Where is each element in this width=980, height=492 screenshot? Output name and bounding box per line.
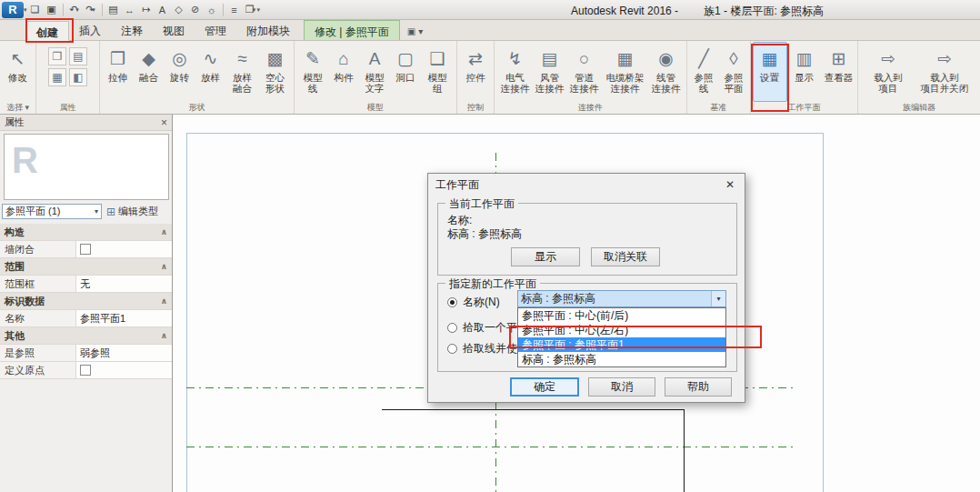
crop-region-right-line[interactable] — [823, 133, 824, 492]
section-other[interactable]: 其他∧ — [0, 327, 172, 345]
dimension-button[interactable]: ↦ — [138, 2, 155, 18]
model-group-button[interactable]: ❑模型组 — [421, 42, 454, 102]
model-text-button[interactable]: A模型文字 — [359, 42, 390, 102]
component-button[interactable]: ⌂构件 — [328, 42, 359, 102]
dropdown-item-center-front-back[interactable]: 参照平面 : 中心(前/后) — [518, 308, 725, 323]
button-label: 连接件 — [501, 83, 530, 94]
default-3d-view-button[interactable]: ◇ — [171, 2, 187, 18]
workplane-name-combobox[interactable]: 标高 : 参照标高 ▾ — [517, 290, 726, 307]
is-reference-value[interactable]: 弱参照 — [76, 345, 172, 361]
wall-closure-checkbox[interactable] — [80, 244, 91, 255]
sun-path-button[interactable]: ☼ — [204, 2, 220, 18]
panel-name-select[interactable]: 选择 ▾ — [1, 102, 35, 114]
measure-icon: ↔ — [125, 5, 135, 15]
modify-cursor-icon: ↖ — [11, 46, 25, 72]
type-selector[interactable]: 参照平面 (1) ▾ — [2, 204, 102, 219]
tab-insert[interactable]: 插入 — [69, 20, 111, 40]
modify-button[interactable]: ↖ 修改 — [2, 42, 35, 102]
section-extents[interactable]: 范围∧ — [0, 258, 172, 276]
show-button[interactable]: 显示 — [511, 247, 580, 266]
thin-lines-button[interactable]: ≡ — [226, 2, 243, 18]
panel-name-properties: 属性 — [37, 102, 98, 114]
annotation-box-dropdown-item — [509, 326, 762, 348]
button-label: 电气 — [505, 72, 525, 83]
reference-plane-button[interactable]: ◊参照平面 — [719, 42, 749, 102]
radio-name-option[interactable]: 名称(N) — [447, 295, 500, 310]
family-types-button[interactable]: ▦ — [48, 68, 66, 86]
extrusion-button[interactable]: ❒拉伸 — [103, 42, 134, 102]
scope-box-value[interactable]: 无 — [76, 276, 172, 292]
conduit-connector-button[interactable]: ◉线管连接件 — [649, 42, 684, 102]
ribbon-display-toggle[interactable]: ▣ ▾ — [407, 26, 423, 40]
chevron-up-icon: ∧ — [161, 296, 167, 306]
section-construction[interactable]: 构造∧ — [0, 224, 172, 241]
cancel-button[interactable]: 取消 — [588, 377, 655, 397]
tab-addins[interactable]: 附加模块 — [236, 20, 300, 40]
sketch-line-horizontal[interactable] — [382, 409, 684, 410]
undo-button[interactable]: ↶▾ — [66, 2, 83, 18]
help-button[interactable]: 帮助 — [665, 377, 732, 397]
close-icon[interactable]: ✕ — [723, 178, 737, 191]
type-selector-value: 参照平面 (1) — [5, 205, 61, 218]
print-button[interactable]: ▤ — [105, 2, 122, 18]
pipe-connector-button[interactable]: ○管道连接件 — [567, 42, 602, 102]
section-label: 标识数据 — [5, 295, 45, 308]
electrical-connector-button[interactable]: ↯电气连接件 — [498, 42, 533, 102]
model-line-button[interactable]: ✎模型线 — [297, 42, 328, 102]
radio-selected-icon[interactable] — [447, 297, 457, 307]
text-button[interactable]: A — [155, 2, 171, 18]
section-button[interactable]: ⊘ — [187, 2, 204, 18]
redo-button[interactable]: ↷▾ — [83, 2, 99, 18]
tab-modify-reference-plane[interactable]: 修改 | 参照平面 — [304, 20, 400, 40]
tab-annotate[interactable]: 注释 — [111, 20, 153, 40]
close-icon[interactable]: × — [161, 116, 167, 129]
radio-icon[interactable] — [447, 344, 457, 354]
name-value[interactable]: 参照平面1 — [76, 310, 172, 326]
edit-type-button[interactable]: ⊞ 编辑类型 — [105, 204, 171, 219]
load-into-project-button[interactable]: ⇨载入到项目 — [863, 42, 914, 102]
revit-logo[interactable]: R — [2, 2, 24, 18]
tab-view[interactable]: 视图 — [153, 20, 195, 40]
crop-region-left-line[interactable] — [186, 133, 187, 492]
radio-icon[interactable] — [447, 323, 457, 333]
button-label: 显示 — [795, 72, 814, 83]
dropdown-item-reference-level[interactable]: 标高 : 参照标高 — [518, 352, 725, 366]
dialog-title-bar[interactable]: 工作平面 ✕ — [428, 174, 745, 196]
reference-plane-icon: ◊ — [729, 46, 737, 72]
load-into-project-close-button[interactable]: ⇨载入到项目并关闭 — [914, 42, 975, 102]
ok-button[interactable]: 确定 — [510, 377, 579, 397]
section-identity-data[interactable]: 标识数据∧ — [0, 293, 172, 310]
panel-model: ✎模型线 ⌂构件 A模型文字 ▢洞口 ❑模型组 模型 — [295, 41, 457, 114]
duct-connector-button[interactable]: ▤风管连接件 — [533, 42, 567, 102]
properties-header: 属性 × — [0, 115, 172, 131]
show-workplane-button[interactable]: ▥显示 — [787, 42, 822, 102]
tab-manage[interactable]: 管理 — [195, 20, 236, 40]
measure-button[interactable]: ↔ — [122, 2, 138, 18]
save-button[interactable]: ▣ — [44, 2, 60, 18]
defines-origin-checkbox[interactable] — [80, 365, 91, 376]
cable-tray-connector-button[interactable]: ▦电缆桥架连接件 — [602, 42, 649, 102]
chevron-up-icon: ∧ — [161, 331, 167, 340]
family-properties-button[interactable]: ❐ — [48, 47, 66, 65]
customize-qat-button[interactable]: ▾ — [257, 6, 261, 14]
family-parameters-button[interactable]: ◧ — [69, 68, 87, 86]
sketch-line-vertical[interactable] — [684, 409, 685, 492]
disassociate-button[interactable]: 取消关联 — [591, 247, 660, 266]
revolve-button[interactable]: ◎旋转 — [165, 42, 195, 102]
sweep-button[interactable]: ∿放样 — [195, 42, 226, 102]
viewer-button[interactable]: ⊞查看器 — [822, 42, 856, 102]
button-label: 管道 — [575, 72, 594, 83]
opening-button[interactable]: ▢洞口 — [390, 42, 421, 102]
family-category-button[interactable]: ▤ — [69, 47, 87, 65]
control-button[interactable]: ⇄控件 — [459, 42, 492, 102]
button-label: 连接件 — [570, 83, 599, 94]
blend-button[interactable]: ◆融合 — [134, 42, 165, 102]
reference-line-button[interactable]: ╱参照线 — [689, 42, 719, 102]
void-forms-button[interactable]: ▩空心形状 — [259, 42, 292, 102]
swept-blend-button[interactable]: ≈放样融合 — [226, 42, 259, 102]
open-button[interactable]: ❏ — [27, 2, 44, 18]
crop-region-top-line[interactable] — [186, 133, 823, 134]
revolve-icon: ◎ — [172, 46, 187, 72]
row-wall-closure: 墙闭合 — [0, 241, 172, 258]
reference-plane-horizontal-line-2[interactable] — [186, 447, 795, 447]
